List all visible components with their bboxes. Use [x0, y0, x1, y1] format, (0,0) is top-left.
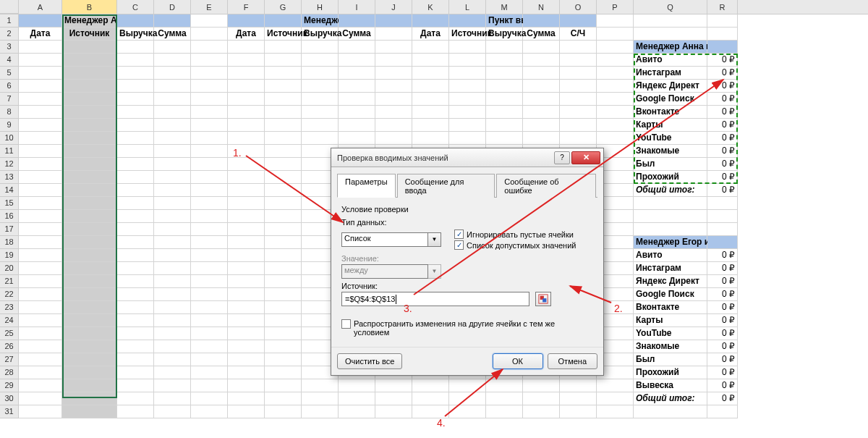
cell-C15[interactable] [117, 197, 154, 210]
cell-J8[interactable] [375, 106, 412, 119]
cell-J10[interactable] [375, 132, 412, 145]
cell-R19[interactable]: 0 ₽ [707, 249, 738, 262]
row-header-29[interactable]: 29 [0, 379, 19, 392]
cell-J29[interactable] [375, 379, 412, 392]
cell-C17[interactable] [117, 223, 154, 236]
cell-E30[interactable] [191, 392, 228, 405]
cell-M4[interactable] [486, 54, 523, 67]
cell-D18[interactable] [154, 236, 191, 249]
cell-Q13[interactable]: Прохожий [634, 171, 707, 184]
cell-H10[interactable] [302, 132, 339, 145]
cell-F24[interactable] [228, 314, 265, 327]
cell-Q11[interactable]: Знакомые [634, 145, 707, 158]
cell-G12[interactable] [265, 158, 302, 171]
cell-F26[interactable] [228, 340, 265, 353]
cell-F11[interactable] [228, 145, 265, 158]
row-header-25[interactable]: 25 [0, 327, 19, 340]
cell-R28[interactable]: 0 ₽ [707, 366, 738, 379]
cell-F28[interactable] [228, 366, 265, 379]
cell-R11[interactable]: 0 ₽ [707, 145, 738, 158]
cell-E8[interactable] [191, 106, 228, 119]
cell-A31[interactable] [19, 405, 62, 418]
cell-R18[interactable] [707, 236, 738, 249]
cell-Q17[interactable] [634, 223, 707, 236]
range-picker-button[interactable] [535, 292, 551, 306]
cell-A2[interactable]: Дата [19, 28, 62, 41]
cell-E28[interactable] [191, 366, 228, 379]
cell-R14[interactable]: 0 ₽ [707, 184, 738, 197]
cell-F29[interactable] [228, 379, 265, 392]
cell-R31[interactable] [707, 405, 738, 418]
cell-L9[interactable] [449, 119, 486, 132]
cell-A19[interactable] [19, 249, 62, 262]
cell-E27[interactable] [191, 353, 228, 366]
cell-K3[interactable] [412, 41, 449, 54]
cell-P7[interactable] [597, 93, 634, 106]
cell-P9[interactable] [597, 119, 634, 132]
row-header-5[interactable]: 5 [0, 67, 19, 80]
cell-R3[interactable] [707, 41, 738, 54]
cell-A11[interactable] [19, 145, 62, 158]
cell-A5[interactable] [19, 67, 62, 80]
column-header-P[interactable]: P [597, 0, 634, 14]
row-header-18[interactable]: 18 [0, 236, 19, 249]
cell-A28[interactable] [19, 366, 62, 379]
cell-F7[interactable] [228, 93, 265, 106]
cell-Q2[interactable] [634, 28, 707, 41]
cell-C9[interactable] [117, 119, 154, 132]
row-header-13[interactable]: 13 [0, 171, 19, 184]
cell-C7[interactable] [117, 93, 154, 106]
cell-A13[interactable] [19, 171, 62, 184]
row-header-16[interactable]: 16 [0, 210, 19, 223]
row-header-12[interactable]: 12 [0, 158, 19, 171]
cell-G15[interactable] [265, 197, 302, 210]
cell-Q10[interactable]: YouTube [634, 132, 707, 145]
cell-C30[interactable] [117, 392, 154, 405]
cell-G14[interactable] [265, 184, 302, 197]
cell-D21[interactable] [154, 275, 191, 288]
cell-D25[interactable] [154, 327, 191, 340]
cell-A6[interactable] [19, 80, 62, 93]
cell-P4[interactable] [597, 54, 634, 67]
cell-N4[interactable] [523, 54, 560, 67]
cell-D11[interactable] [154, 145, 191, 158]
cell-A20[interactable] [19, 262, 62, 275]
column-header-B[interactable]: B [62, 0, 117, 14]
cell-P31[interactable] [597, 405, 634, 418]
cell-D26[interactable] [154, 340, 191, 353]
tab-input-message[interactable]: Сообщение для ввода [397, 174, 495, 198]
cell-F22[interactable] [228, 288, 265, 301]
cell-P3[interactable] [597, 41, 634, 54]
cell-A3[interactable] [19, 41, 62, 54]
row-header-1[interactable]: 1 [0, 14, 19, 28]
cell-C8[interactable] [117, 106, 154, 119]
cell-F23[interactable] [228, 301, 265, 314]
cell-R22[interactable]: 0 ₽ [707, 288, 738, 301]
cell-R13[interactable]: 0 ₽ [707, 171, 738, 184]
cell-F13[interactable] [228, 171, 265, 184]
cell-E1[interactable] [191, 14, 228, 28]
cell-B8[interactable] [62, 106, 117, 119]
cell-J7[interactable] [375, 93, 412, 106]
cell-O5[interactable] [560, 67, 597, 80]
column-header-D[interactable]: D [154, 0, 191, 14]
cell-K31[interactable] [412, 405, 449, 418]
cell-C3[interactable] [117, 41, 154, 54]
cell-C13[interactable] [117, 171, 154, 184]
cell-K2[interactable]: Дата [412, 28, 449, 41]
cell-F16[interactable] [228, 210, 265, 223]
cell-G26[interactable] [265, 340, 302, 353]
cell-E24[interactable] [191, 314, 228, 327]
cell-D16[interactable] [154, 210, 191, 223]
cell-P30[interactable] [597, 392, 634, 405]
cell-Q31[interactable] [634, 405, 707, 418]
cell-D30[interactable] [154, 392, 191, 405]
cell-Q5[interactable]: Инстаграм [634, 67, 707, 80]
cell-D12[interactable] [154, 158, 191, 171]
cell-B27[interactable] [62, 353, 117, 366]
cell-B31[interactable] [62, 405, 117, 418]
row-header-24[interactable]: 24 [0, 314, 19, 327]
cell-F4[interactable] [228, 54, 265, 67]
cell-H4[interactable] [302, 54, 339, 67]
cell-R10[interactable]: 0 ₽ [707, 132, 738, 145]
